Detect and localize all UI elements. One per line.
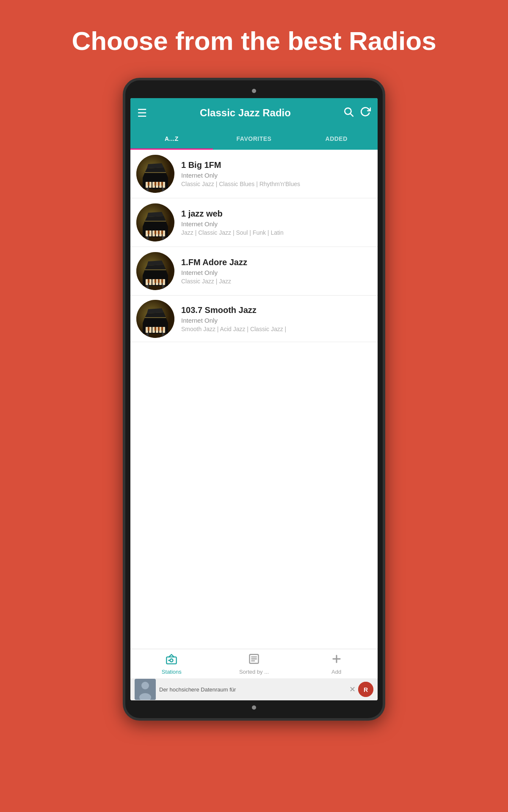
svg-point-72 (170, 659, 173, 662)
station-type: Internet Only (181, 269, 372, 276)
svg-rect-48 (155, 279, 156, 283)
svg-rect-47 (148, 279, 149, 283)
svg-rect-34 (146, 236, 149, 241)
svg-rect-16 (161, 182, 163, 186)
svg-rect-71 (167, 657, 177, 664)
bottom-nav-sorted[interactable]: Sorted by ... (213, 649, 295, 678)
svg-rect-17 (146, 188, 149, 192)
bottom-nav-add[interactable]: Add (295, 649, 378, 678)
svg-rect-30 (148, 230, 149, 234)
tab-az[interactable]: A...Z (130, 128, 213, 150)
station-thumbnail (136, 300, 174, 338)
app-title: Classic Jazz Radio (154, 107, 337, 119)
bottom-nav-stations[interactable]: Stations (130, 649, 213, 678)
page-headline: Choose from the best Radios (72, 25, 436, 57)
station-info: 1 jazz web Internet Only Jazz | Classic … (181, 209, 372, 236)
add-icon (331, 653, 342, 668)
station-tags: Classic Jazz | Classic Blues | Rhythm'n'… (181, 181, 372, 187)
station-name: 1.FM Adore Jazz (181, 258, 372, 267)
svg-rect-52 (162, 285, 164, 289)
app-screen: ☰ Classic Jazz Radio A...Z (130, 98, 378, 700)
stations-label: Stations (162, 669, 182, 675)
ad-close-icon[interactable]: ✕ (349, 685, 356, 694)
add-label: Add (331, 669, 341, 675)
svg-rect-35 (162, 236, 164, 241)
svg-rect-18 (162, 188, 164, 192)
svg-point-81 (141, 682, 149, 689)
station-type: Internet Only (181, 220, 372, 228)
station-type: Internet Only (181, 172, 372, 179)
ad-text: Der hochsichere Datenraum für (159, 686, 338, 693)
svg-rect-50 (161, 279, 163, 283)
svg-rect-14 (155, 182, 156, 186)
station-info: 1 Big 1FM Internet Only Classic Jazz | C… (181, 160, 372, 187)
svg-rect-68 (146, 333, 149, 337)
station-item[interactable]: 1 Big 1FM Internet Only Classic Jazz | C… (130, 150, 378, 198)
tab-bar: A...Z FAVORITES ADDED (130, 128, 378, 150)
tablet-device: ☰ Classic Jazz Radio A...Z (123, 78, 385, 721)
svg-rect-32 (158, 230, 160, 234)
station-info: 103.7 Smooth Jazz Internet Only Smooth J… (181, 305, 372, 332)
ad-banner: Der hochsichere Datenraum für ✕ R (130, 678, 378, 700)
search-icon[interactable] (343, 106, 354, 120)
bottom-nav: Stations Sorted by ... (130, 649, 378, 678)
svg-rect-67 (161, 327, 163, 331)
tab-added[interactable]: ADDED (295, 128, 378, 150)
svg-rect-31 (155, 230, 156, 234)
svg-rect-65 (155, 327, 156, 331)
station-thumbnail (136, 203, 174, 241)
station-name: 103.7 Smooth Jazz (181, 305, 372, 315)
station-type: Internet Only (181, 317, 372, 324)
svg-rect-15 (158, 182, 160, 186)
menu-icon[interactable]: ☰ (137, 107, 147, 118)
station-item[interactable]: 1.FM Adore Jazz Internet Only Classic Ja… (130, 247, 378, 296)
svg-rect-51 (146, 285, 149, 289)
tab-favorites[interactable]: FAVORITES (213, 128, 295, 150)
station-item[interactable]: 1 jazz web Internet Only Jazz | Classic … (130, 198, 378, 247)
svg-rect-69 (162, 333, 164, 337)
ad-settings-icon[interactable] (338, 685, 346, 694)
ad-brand-icon: R (358, 682, 373, 697)
station-tags: Classic Jazz | Jazz (181, 278, 372, 285)
station-name: 1 jazz web (181, 209, 372, 219)
sorted-icon (248, 653, 260, 668)
sorted-label: Sorted by ... (239, 669, 269, 675)
stations-icon (166, 653, 177, 668)
svg-text:R: R (364, 686, 368, 693)
svg-rect-66 (158, 327, 160, 331)
station-item[interactable]: 103.7 Smooth Jazz Internet Only Smooth J… (130, 296, 378, 342)
station-tags: Jazz | Classic Jazz | Soul | Funk | Lati… (181, 229, 372, 236)
svg-rect-64 (148, 327, 149, 331)
tablet-dot-top (252, 89, 256, 93)
svg-rect-33 (161, 230, 163, 234)
svg-rect-49 (158, 279, 160, 283)
app-toolbar: ☰ Classic Jazz Radio (130, 98, 378, 128)
svg-rect-13 (148, 182, 149, 186)
svg-line-1 (351, 114, 353, 116)
station-list[interactable]: 1 Big 1FM Internet Only Classic Jazz | C… (130, 150, 378, 649)
tablet-dot-bottom (252, 705, 256, 710)
station-thumbnail (136, 252, 174, 290)
station-info: 1.FM Adore Jazz Internet Only Classic Ja… (181, 258, 372, 285)
refresh-icon[interactable] (360, 106, 371, 120)
station-name: 1 Big 1FM (181, 160, 372, 170)
ad-thumbnail (135, 679, 156, 700)
station-tags: Smooth Jazz | Acid Jazz | Classic Jazz | (181, 326, 372, 332)
station-thumbnail (136, 155, 174, 193)
